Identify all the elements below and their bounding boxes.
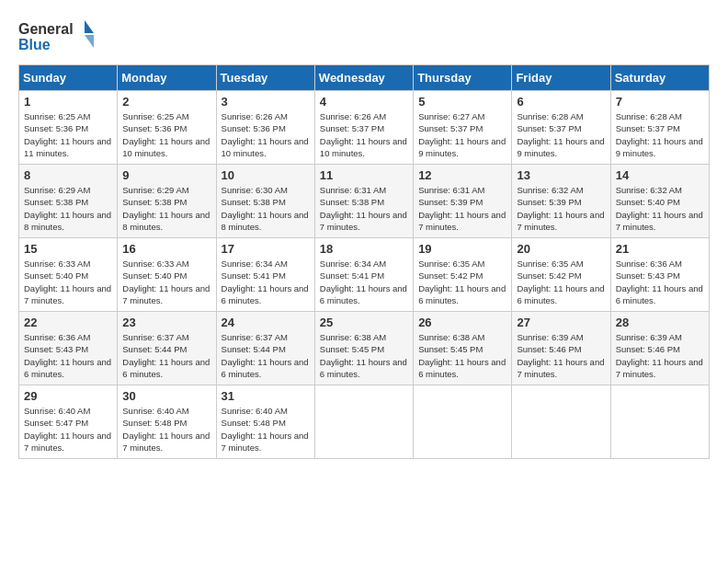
- calendar-day-cell: 21 Sunrise: 6:36 AM Sunset: 5:43 PM Dayl…: [610, 238, 709, 312]
- calendar-day-cell: 8 Sunrise: 6:29 AM Sunset: 5:38 PM Dayli…: [19, 165, 118, 238]
- calendar-day-cell: 25 Sunrise: 6:38 AM Sunset: 5:45 PM Dayl…: [314, 312, 413, 385]
- calendar-day-cell: 27 Sunrise: 6:39 AM Sunset: 5:46 PM Dayl…: [512, 312, 610, 385]
- day-info: Sunrise: 6:39 AM Sunset: 5:46 PM Dayligh…: [616, 331, 704, 380]
- day-number: 7: [616, 95, 704, 109]
- day-number: 14: [616, 168, 704, 182]
- day-info: Sunrise: 6:38 AM Sunset: 5:45 PM Dayligh…: [418, 331, 506, 380]
- day-info: Sunrise: 6:26 AM Sunset: 5:36 PM Dayligh…: [222, 110, 310, 159]
- calendar-day-cell: 14 Sunrise: 6:32 AM Sunset: 5:40 PM Dayl…: [610, 165, 709, 238]
- day-info: Sunrise: 6:26 AM Sunset: 5:37 PM Dayligh…: [320, 110, 408, 159]
- day-info: Sunrise: 6:32 AM Sunset: 5:39 PM Dayligh…: [517, 184, 605, 233]
- calendar-day-cell: 2 Sunrise: 6:25 AM Sunset: 5:36 PM Dayli…: [118, 91, 216, 165]
- calendar-day-cell: [610, 385, 709, 459]
- calendar-day-cell: 3 Sunrise: 6:26 AM Sunset: 5:36 PM Dayli…: [216, 91, 314, 165]
- day-number: 27: [517, 316, 605, 329]
- calendar-week-row: 1 Sunrise: 6:25 AM Sunset: 5:36 PM Dayli…: [19, 91, 710, 165]
- day-info: Sunrise: 6:31 AM Sunset: 5:39 PM Dayligh…: [418, 184, 506, 233]
- day-number: 31: [222, 389, 310, 403]
- logo: General Blue: [18, 18, 101, 55]
- day-number: 3: [222, 95, 310, 109]
- calendar-day-cell: [314, 385, 413, 459]
- day-number: 30: [122, 389, 210, 403]
- calendar-table: SundayMondayTuesdayWednesdayThursdayFrid…: [18, 64, 710, 459]
- calendar-header-row: SundayMondayTuesdayWednesdayThursdayFrid…: [19, 65, 710, 91]
- day-number: 29: [24, 389, 112, 403]
- day-info: Sunrise: 6:35 AM Sunset: 5:42 PM Dayligh…: [418, 258, 506, 306]
- day-number: 15: [24, 242, 112, 256]
- calendar-day-cell: 17 Sunrise: 6:34 AM Sunset: 5:41 PM Dayl…: [216, 238, 314, 312]
- day-info: Sunrise: 6:36 AM Sunset: 5:43 PM Dayligh…: [24, 331, 112, 380]
- day-number: 9: [122, 168, 210, 182]
- calendar-week-row: 29 Sunrise: 6:40 AM Sunset: 5:47 PM Dayl…: [19, 385, 710, 459]
- day-info: Sunrise: 6:39 AM Sunset: 5:46 PM Dayligh…: [517, 331, 605, 380]
- calendar-day-cell: 26 Sunrise: 6:38 AM Sunset: 5:45 PM Dayl…: [414, 312, 512, 385]
- day-info: Sunrise: 6:30 AM Sunset: 5:38 PM Dayligh…: [222, 184, 310, 233]
- day-info: Sunrise: 6:33 AM Sunset: 5:40 PM Dayligh…: [122, 258, 210, 306]
- calendar-day-cell: 23 Sunrise: 6:37 AM Sunset: 5:44 PM Dayl…: [118, 312, 216, 385]
- weekday-header: Sunday: [19, 65, 118, 91]
- day-info: Sunrise: 6:38 AM Sunset: 5:45 PM Dayligh…: [320, 331, 408, 380]
- day-number: 23: [122, 316, 210, 329]
- weekday-header: Saturday: [610, 65, 709, 91]
- calendar-day-cell: 4 Sunrise: 6:26 AM Sunset: 5:37 PM Dayli…: [314, 91, 413, 165]
- day-number: 12: [418, 168, 506, 182]
- day-info: Sunrise: 6:29 AM Sunset: 5:38 PM Dayligh…: [122, 184, 210, 233]
- svg-marker-2: [85, 20, 94, 33]
- day-info: Sunrise: 6:34 AM Sunset: 5:41 PM Dayligh…: [320, 258, 408, 306]
- day-number: 5: [418, 95, 506, 109]
- calendar-day-cell: 18 Sunrise: 6:34 AM Sunset: 5:41 PM Dayl…: [314, 238, 413, 312]
- calendar-day-cell: 5 Sunrise: 6:27 AM Sunset: 5:37 PM Dayli…: [414, 91, 512, 165]
- calendar-day-cell: 9 Sunrise: 6:29 AM Sunset: 5:38 PM Dayli…: [118, 165, 216, 238]
- day-number: 26: [418, 316, 506, 329]
- page-header: General Blue: [18, 18, 710, 55]
- day-number: 8: [24, 168, 112, 182]
- calendar-day-cell: 15 Sunrise: 6:33 AM Sunset: 5:40 PM Dayl…: [19, 238, 118, 312]
- day-info: Sunrise: 6:40 AM Sunset: 5:47 PM Dayligh…: [24, 405, 112, 454]
- day-info: Sunrise: 6:25 AM Sunset: 5:36 PM Dayligh…: [24, 110, 112, 159]
- day-info: Sunrise: 6:35 AM Sunset: 5:42 PM Dayligh…: [517, 258, 605, 306]
- weekday-header: Wednesday: [314, 65, 413, 91]
- calendar-week-row: 8 Sunrise: 6:29 AM Sunset: 5:38 PM Dayli…: [19, 165, 710, 238]
- day-info: Sunrise: 6:25 AM Sunset: 5:36 PM Dayligh…: [122, 110, 210, 159]
- calendar-day-cell: 20 Sunrise: 6:35 AM Sunset: 5:42 PM Dayl…: [512, 238, 610, 312]
- svg-text:Blue: Blue: [18, 37, 51, 52]
- calendar-day-cell: 29 Sunrise: 6:40 AM Sunset: 5:47 PM Dayl…: [19, 385, 118, 459]
- day-info: Sunrise: 6:36 AM Sunset: 5:43 PM Dayligh…: [616, 258, 704, 306]
- calendar-week-row: 15 Sunrise: 6:33 AM Sunset: 5:40 PM Dayl…: [19, 238, 710, 312]
- day-info: Sunrise: 6:29 AM Sunset: 5:38 PM Dayligh…: [24, 184, 112, 233]
- day-number: 17: [222, 242, 310, 256]
- weekday-header: Thursday: [414, 65, 512, 91]
- day-info: Sunrise: 6:34 AM Sunset: 5:41 PM Dayligh…: [222, 258, 310, 306]
- day-number: 1: [24, 95, 112, 109]
- calendar-day-cell: 31 Sunrise: 6:40 AM Sunset: 5:48 PM Dayl…: [216, 385, 314, 459]
- day-number: 11: [320, 168, 408, 182]
- day-number: 25: [320, 316, 408, 329]
- day-number: 4: [320, 95, 408, 109]
- calendar-day-cell: 6 Sunrise: 6:28 AM Sunset: 5:37 PM Dayli…: [512, 91, 610, 165]
- day-number: 28: [616, 316, 704, 329]
- day-info: Sunrise: 6:28 AM Sunset: 5:37 PM Dayligh…: [616, 110, 704, 159]
- calendar-day-cell: 22 Sunrise: 6:36 AM Sunset: 5:43 PM Dayl…: [19, 312, 118, 385]
- day-number: 10: [222, 168, 310, 182]
- calendar-day-cell: [414, 385, 512, 459]
- calendar-day-cell: 10 Sunrise: 6:30 AM Sunset: 5:38 PM Dayl…: [216, 165, 314, 238]
- day-info: Sunrise: 6:37 AM Sunset: 5:44 PM Dayligh…: [222, 331, 310, 380]
- calendar-week-row: 22 Sunrise: 6:36 AM Sunset: 5:43 PM Dayl…: [19, 312, 710, 385]
- day-number: 2: [122, 95, 210, 109]
- day-info: Sunrise: 6:40 AM Sunset: 5:48 PM Dayligh…: [122, 405, 210, 454]
- calendar-day-cell: [512, 385, 610, 459]
- day-number: 16: [122, 242, 210, 256]
- day-number: 6: [517, 95, 605, 109]
- day-number: 19: [418, 242, 506, 256]
- calendar-day-cell: 28 Sunrise: 6:39 AM Sunset: 5:46 PM Dayl…: [610, 312, 709, 385]
- calendar-day-cell: 1 Sunrise: 6:25 AM Sunset: 5:36 PM Dayli…: [19, 91, 118, 165]
- weekday-header: Tuesday: [216, 65, 314, 91]
- day-info: Sunrise: 6:31 AM Sunset: 5:38 PM Dayligh…: [320, 184, 408, 233]
- day-info: Sunrise: 6:37 AM Sunset: 5:44 PM Dayligh…: [122, 331, 210, 380]
- calendar-day-cell: 11 Sunrise: 6:31 AM Sunset: 5:38 PM Dayl…: [314, 165, 413, 238]
- calendar-body: 1 Sunrise: 6:25 AM Sunset: 5:36 PM Dayli…: [19, 91, 710, 459]
- day-info: Sunrise: 6:40 AM Sunset: 5:48 PM Dayligh…: [222, 405, 310, 454]
- calendar-day-cell: 12 Sunrise: 6:31 AM Sunset: 5:39 PM Dayl…: [414, 165, 512, 238]
- day-info: Sunrise: 6:28 AM Sunset: 5:37 PM Dayligh…: [517, 110, 605, 159]
- calendar-day-cell: 7 Sunrise: 6:28 AM Sunset: 5:37 PM Dayli…: [610, 91, 709, 165]
